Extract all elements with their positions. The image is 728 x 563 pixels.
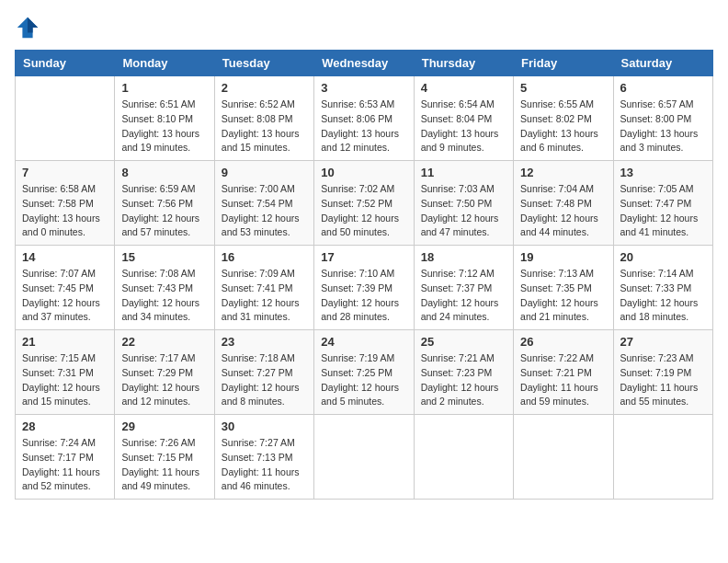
day-number: 5 (520, 81, 606, 95)
day-number: 27 (620, 335, 706, 349)
calendar-cell: 11Sunrise: 7:03 AM Sunset: 7:50 PM Dayli… (414, 161, 513, 246)
calendar-cell: 9Sunrise: 7:00 AM Sunset: 7:54 PM Daylig… (214, 161, 313, 246)
day-number: 15 (121, 250, 207, 264)
day-info: Sunrise: 7:10 AM Sunset: 7:39 PM Dayligh… (321, 267, 406, 325)
calendar-cell: 17Sunrise: 7:10 AM Sunset: 7:39 PM Dayli… (314, 246, 414, 330)
day-info: Sunrise: 7:04 AM Sunset: 7:48 PM Dayligh… (520, 182, 606, 240)
day-number: 3 (321, 81, 406, 95)
day-number: 8 (121, 166, 207, 179)
calendar-cell: 4Sunrise: 6:54 AM Sunset: 8:04 PM Daylig… (414, 76, 513, 161)
calendar-table: SundayMondayTuesdayWednesdayThursdayFrid… (15, 50, 713, 500)
day-info: Sunrise: 6:54 AM Sunset: 8:04 PM Dayligh… (421, 98, 506, 155)
calendar-cell: 19Sunrise: 7:13 AM Sunset: 7:35 PM Dayli… (514, 246, 613, 330)
day-info: Sunrise: 7:18 AM Sunset: 7:27 PM Dayligh… (222, 351, 307, 409)
calendar-cell: 30Sunrise: 7:27 AM Sunset: 7:13 PM Dayli… (214, 415, 313, 500)
calendar-cell: 13Sunrise: 7:05 AM Sunset: 7:47 PM Dayli… (613, 161, 712, 246)
day-number: 2 (222, 81, 307, 95)
calendar-cell: 5Sunrise: 6:55 AM Sunset: 8:02 PM Daylig… (514, 76, 613, 161)
day-number: 28 (22, 419, 108, 433)
day-info: Sunrise: 7:13 AM Sunset: 7:35 PM Dayligh… (520, 267, 606, 325)
day-info: Sunrise: 7:26 AM Sunset: 7:15 PM Dayligh… (121, 436, 207, 494)
calendar-cell: 22Sunrise: 7:17 AM Sunset: 7:29 PM Dayli… (115, 330, 214, 415)
day-info: Sunrise: 7:07 AM Sunset: 7:45 PM Dayligh… (22, 267, 108, 325)
day-number: 29 (121, 419, 207, 433)
day-number: 7 (22, 166, 108, 179)
weekday-header-saturday: Saturday (613, 51, 712, 76)
day-number: 23 (222, 335, 307, 349)
day-number: 20 (620, 250, 706, 264)
day-info: Sunrise: 7:27 AM Sunset: 7:13 PM Dayligh… (222, 436, 307, 494)
week-row-4: 21Sunrise: 7:15 AM Sunset: 7:31 PM Dayli… (16, 330, 713, 415)
calendar-cell: 7Sunrise: 6:58 AM Sunset: 7:58 PM Daylig… (16, 161, 115, 246)
day-info: Sunrise: 6:51 AM Sunset: 8:10 PM Dayligh… (121, 98, 207, 155)
page-header (15, 15, 713, 40)
week-row-2: 7Sunrise: 6:58 AM Sunset: 7:58 PM Daylig… (16, 161, 713, 246)
calendar-cell: 2Sunrise: 6:52 AM Sunset: 8:08 PM Daylig… (214, 76, 313, 161)
day-number: 4 (421, 81, 506, 95)
calendar-cell: 28Sunrise: 7:24 AM Sunset: 7:17 PM Dayli… (16, 415, 115, 500)
day-number: 10 (321, 166, 406, 179)
calendar-cell (314, 415, 414, 500)
day-number: 26 (520, 335, 606, 349)
calendar-cell (613, 415, 712, 500)
calendar-cell (16, 76, 115, 161)
day-info: Sunrise: 7:17 AM Sunset: 7:29 PM Dayligh… (121, 351, 207, 409)
day-number: 25 (421, 335, 506, 349)
day-number: 9 (222, 166, 307, 179)
calendar-cell: 16Sunrise: 7:09 AM Sunset: 7:41 PM Dayli… (214, 246, 313, 330)
day-number: 24 (321, 335, 406, 349)
calendar-cell: 3Sunrise: 6:53 AM Sunset: 8:06 PM Daylig… (314, 76, 414, 161)
day-number: 18 (421, 250, 506, 264)
weekday-header-row: SundayMondayTuesdayWednesdayThursdayFrid… (16, 51, 713, 76)
weekday-header-wednesday: Wednesday (314, 51, 414, 76)
day-info: Sunrise: 7:24 AM Sunset: 7:17 PM Dayligh… (22, 436, 108, 494)
day-number: 13 (620, 166, 706, 179)
calendar-cell: 29Sunrise: 7:26 AM Sunset: 7:15 PM Dayli… (115, 415, 214, 500)
day-number: 30 (222, 419, 307, 433)
week-row-1: 1Sunrise: 6:51 AM Sunset: 8:10 PM Daylig… (16, 76, 713, 161)
calendar-cell (414, 415, 513, 500)
day-info: Sunrise: 6:55 AM Sunset: 8:02 PM Dayligh… (520, 98, 606, 155)
day-info: Sunrise: 7:15 AM Sunset: 7:31 PM Dayligh… (22, 351, 108, 409)
day-number: 21 (22, 335, 108, 349)
calendar-cell (514, 415, 613, 500)
day-number: 19 (520, 250, 606, 264)
day-info: Sunrise: 7:00 AM Sunset: 7:54 PM Dayligh… (222, 182, 307, 240)
day-number: 14 (22, 250, 108, 264)
day-number: 11 (421, 166, 506, 179)
calendar-cell: 18Sunrise: 7:12 AM Sunset: 7:37 PM Dayli… (414, 246, 513, 330)
calendar-cell: 12Sunrise: 7:04 AM Sunset: 7:48 PM Dayli… (514, 161, 613, 246)
week-row-5: 28Sunrise: 7:24 AM Sunset: 7:17 PM Dayli… (16, 415, 713, 500)
day-info: Sunrise: 7:03 AM Sunset: 7:50 PM Dayligh… (421, 182, 506, 240)
calendar-cell: 6Sunrise: 6:57 AM Sunset: 8:00 PM Daylig… (613, 76, 712, 161)
calendar-cell: 23Sunrise: 7:18 AM Sunset: 7:27 PM Dayli… (214, 330, 313, 415)
day-info: Sunrise: 7:22 AM Sunset: 7:21 PM Dayligh… (520, 351, 606, 409)
weekday-header-monday: Monday (115, 51, 214, 76)
day-info: Sunrise: 7:09 AM Sunset: 7:41 PM Dayligh… (222, 267, 307, 325)
day-info: Sunrise: 7:12 AM Sunset: 7:37 PM Dayligh… (421, 267, 506, 325)
day-number: 12 (520, 166, 606, 179)
weekday-header-tuesday: Tuesday (214, 51, 313, 76)
week-row-3: 14Sunrise: 7:07 AM Sunset: 7:45 PM Dayli… (16, 246, 713, 330)
day-number: 16 (222, 250, 307, 264)
logo-icon (15, 15, 40, 40)
day-info: Sunrise: 7:21 AM Sunset: 7:23 PM Dayligh… (421, 351, 506, 409)
calendar-cell: 21Sunrise: 7:15 AM Sunset: 7:31 PM Dayli… (16, 330, 115, 415)
day-number: 17 (321, 250, 406, 264)
calendar-cell: 10Sunrise: 7:02 AM Sunset: 7:52 PM Dayli… (314, 161, 414, 246)
day-info: Sunrise: 7:19 AM Sunset: 7:25 PM Dayligh… (321, 351, 406, 409)
day-info: Sunrise: 6:52 AM Sunset: 8:08 PM Dayligh… (222, 98, 307, 155)
svg-marker-1 (28, 17, 38, 33)
day-number: 1 (121, 81, 207, 95)
calendar-cell: 20Sunrise: 7:14 AM Sunset: 7:33 PM Dayli… (613, 246, 712, 330)
calendar-cell: 14Sunrise: 7:07 AM Sunset: 7:45 PM Dayli… (16, 246, 115, 330)
day-info: Sunrise: 6:53 AM Sunset: 8:06 PM Dayligh… (321, 98, 406, 155)
calendar-cell: 26Sunrise: 7:22 AM Sunset: 7:21 PM Dayli… (514, 330, 613, 415)
calendar-cell: 24Sunrise: 7:19 AM Sunset: 7:25 PM Dayli… (314, 330, 414, 415)
day-info: Sunrise: 7:08 AM Sunset: 7:43 PM Dayligh… (121, 267, 207, 325)
day-info: Sunrise: 6:59 AM Sunset: 7:56 PM Dayligh… (121, 182, 207, 240)
day-number: 22 (121, 335, 207, 349)
weekday-header-sunday: Sunday (16, 51, 115, 76)
logo (15, 15, 44, 40)
day-info: Sunrise: 7:05 AM Sunset: 7:47 PM Dayligh… (620, 182, 706, 240)
